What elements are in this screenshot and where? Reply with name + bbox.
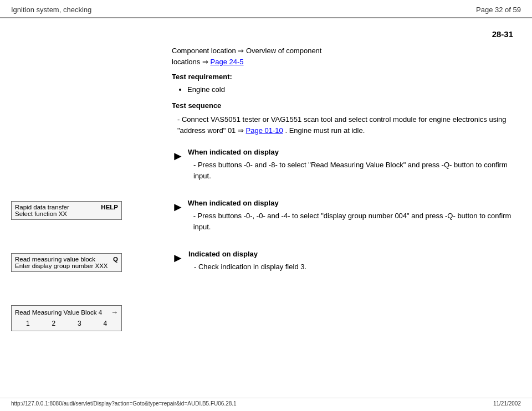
rapid-data-transfer-panel: Rapid data transfer HELP Select function… xyxy=(11,201,122,220)
right-column: 28-31 Component location ⇒ Overview of c… xyxy=(161,24,532,331)
rmvb-num1: 1 xyxy=(26,320,30,327)
component-location-text: Component location ⇒ Overview of compone… xyxy=(172,45,515,67)
arrow-icon-2: ► xyxy=(172,199,188,214)
q-label: Q xyxy=(113,256,118,263)
arrow-section-1: ► When indicated on display Press button… xyxy=(172,148,515,184)
section-number: 28-31 xyxy=(172,29,515,39)
panel2-dash-item: Press buttons -0-, -0- and -4- to select… xyxy=(193,210,515,232)
when-indicated-2: When indicated on display xyxy=(188,199,515,207)
indicated-on-display-content: Indicated on display Check indication in… xyxy=(188,250,306,276)
arrow-section-2: ► When indicated on display Press button… xyxy=(172,199,515,235)
footer-date: 11/21/2002 xyxy=(493,400,521,407)
footer-url: http://127.0.0.1:8080/audi/servlet/Displ… xyxy=(11,400,237,407)
when-indicated-1-content: When indicated on display Press buttons … xyxy=(188,148,515,184)
arrow-icon-1: ► xyxy=(172,148,188,163)
header-title: Ignition system, checking xyxy=(11,6,91,14)
rmvb-num2: 2 xyxy=(52,320,55,327)
rmvb-num3: 3 xyxy=(78,320,81,327)
page-24-5-link[interactable]: Page 24-5 xyxy=(211,58,244,66)
left-column: Rapid data transfer HELP Select function… xyxy=(0,24,161,331)
rmvb-panel: Read Measuring Value Block 4 → 1 2 3 4 xyxy=(11,305,122,331)
arrow-icon-3: ► xyxy=(172,250,188,265)
page-header: Ignition system, checking Page 32 of 59 xyxy=(0,0,532,18)
test-sequence-heading: Test sequence xyxy=(172,101,515,110)
main-content: Rapid data transfer HELP Select function… xyxy=(0,18,532,337)
display-group-label: Enter display group number XXX xyxy=(15,263,108,269)
indicated-on-display: Indicated on display xyxy=(188,250,306,258)
connect-vas-text: Connect VAS5051 tester or VAG1551 scan t… xyxy=(177,114,515,136)
rmvb-num4: 4 xyxy=(103,320,107,327)
when-indicated-1: When indicated on display xyxy=(188,148,515,156)
panel1-dash-item: Press buttons -0- and -8- to select "Rea… xyxy=(193,160,515,181)
rmvb-arrow-icon: → xyxy=(111,308,118,316)
read-measuring-label: Read measuring value block xyxy=(15,256,95,263)
header-page: Page 32 of 59 xyxy=(476,6,521,14)
rapid-data-label: Rapid data transfer xyxy=(15,204,69,210)
panel3-dash-item: Check indication in display field 3. xyxy=(194,261,306,273)
help-label: HELP xyxy=(101,204,118,210)
page-01-10-link[interactable]: Page 01-10 xyxy=(246,126,283,135)
rmvb-title: Read Measuring Value Block 4 xyxy=(15,309,102,316)
test-requirement-heading: Test requirement: xyxy=(172,73,515,81)
arrow-section-3: ► Indicated on display Check indication … xyxy=(172,250,515,276)
engine-cold-bullet: Engine cold xyxy=(187,85,515,94)
when-indicated-2-content: When indicated on display Press buttons … xyxy=(188,199,515,235)
read-measuring-panel: Read measuring value block Q Enter displ… xyxy=(11,253,122,272)
select-function-label: Select function XX xyxy=(15,210,67,217)
page-footer: http://127.0.0.1:8080/audi/servlet/Displ… xyxy=(0,398,532,407)
